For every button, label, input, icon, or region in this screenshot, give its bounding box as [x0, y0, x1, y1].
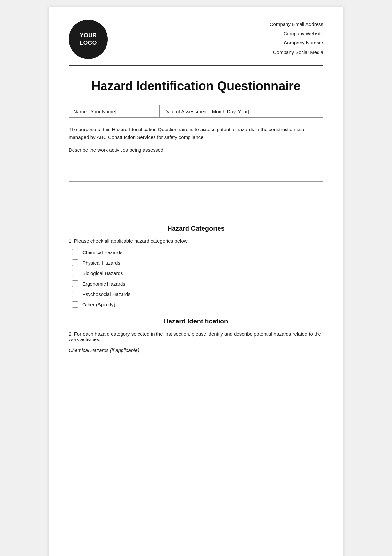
name-date-table: Name: [Your Name] Date of Assessment: [M… [69, 105, 323, 118]
page-title: Hazard Identification Questionnaire [69, 79, 323, 93]
hazard-id-question: 2. For each hazard category selected in … [69, 331, 323, 342]
company-number: Company Number [270, 38, 323, 48]
section-divider-1 [69, 188, 323, 188]
name-cell: Name: [Your Name] [69, 105, 160, 118]
checkbox-label-ergonomic: Ergonomic Hazards [82, 281, 125, 287]
other-specify-line [119, 302, 165, 307]
company-website: Company Website [270, 29, 323, 39]
checkbox-other[interactable] [72, 301, 78, 308]
hazard-checkbox-list: Chemical Hazards Physical Hazards Biolog… [72, 249, 323, 308]
checkbox-label-physical: Physical Hazards [82, 260, 120, 266]
checkbox-label-other: Other (Specify): [82, 302, 165, 307]
checkbox-label-psychosocial: Psychosocial Hazards [82, 291, 131, 297]
hazard-identification-title: Hazard Identification [69, 318, 323, 325]
checkbox-ergonomic[interactable] [72, 280, 78, 287]
section-divider-2 [69, 215, 323, 215]
describe-label: Describe the work activities being asses… [69, 147, 323, 153]
checkbox-physical[interactable] [72, 259, 78, 266]
checkbox-chemical[interactable] [72, 249, 78, 255]
checkbox-psychosocial[interactable] [72, 291, 78, 297]
hazard-identification-section: Hazard Identification 2. For each hazard… [69, 318, 323, 353]
chemical-hazards-sublabel: Chemical Hazards (if applicable) [69, 347, 323, 353]
company-email: Company Email Address [270, 20, 323, 29]
document-page: YOUR LOGO Company Email Address Company … [49, 7, 343, 556]
list-item: Chemical Hazards [72, 249, 323, 255]
hazard-categories-title: Hazard Categories [69, 225, 323, 232]
header-divider [69, 65, 323, 66]
list-item: Psychosocial Hazards [72, 291, 323, 297]
list-item: Ergonomic Hazards [72, 280, 323, 287]
date-cell: Date of Assessment: [Month Day, Year] [159, 105, 323, 118]
hazard-categories-section: Hazard Categories 1. Please check all ap… [69, 225, 323, 308]
work-activities-input[interactable] [69, 155, 323, 182]
company-logo: YOUR LOGO [69, 20, 108, 59]
checkbox-biological[interactable] [72, 270, 78, 276]
checkbox-label-biological: Biological Hazards [82, 270, 123, 276]
logo-line1: YOUR [80, 32, 97, 39]
list-item: Biological Hazards [72, 270, 323, 276]
intro-paragraph: The purpose of this Hazard Identificatio… [69, 126, 323, 141]
company-social: Company Social Media [270, 48, 323, 57]
hazard-question: 1. Please check all applicable hazard ca… [69, 238, 323, 244]
logo-line2: LOGO [80, 39, 97, 47]
company-info-block: Company Email Address Company Website Co… [270, 20, 323, 57]
list-item: Physical Hazards [72, 259, 323, 266]
list-item: Other (Specify): [72, 301, 323, 308]
checkbox-label-chemical: Chemical Hazards [82, 250, 122, 255]
header: YOUR LOGO Company Email Address Company … [69, 20, 323, 59]
